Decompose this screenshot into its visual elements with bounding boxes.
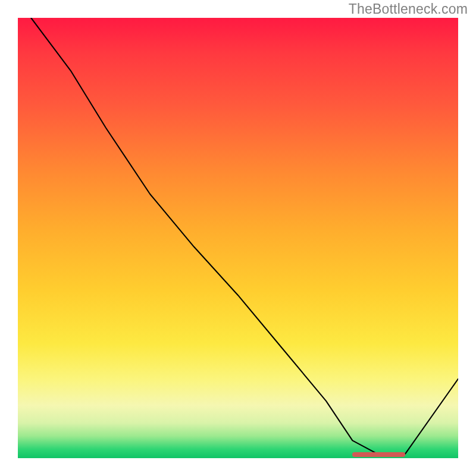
chart-svg [18,18,458,458]
curve-line [31,18,458,455]
highlight-marker [352,452,405,457]
plot-area [18,18,458,458]
watermark-text: TheBottleneck.com [349,1,468,17]
chart-stage: TheBottleneck.com [0,0,476,476]
